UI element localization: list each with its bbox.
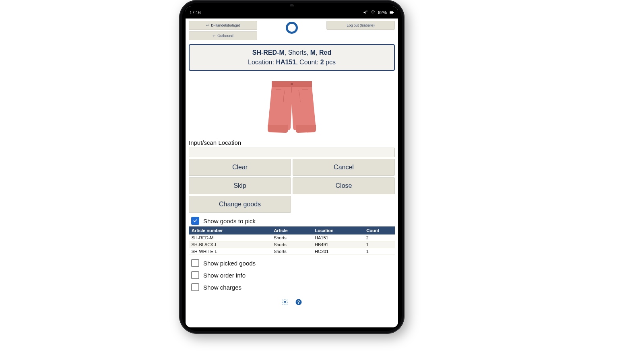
logout-label: Log out (Isabelle)	[347, 23, 375, 27]
cell-count: 1	[364, 241, 395, 248]
clear-button[interactable]: Clear	[189, 159, 291, 176]
company-label: E-Handelsbolaget	[211, 23, 240, 27]
status-time: 17:16	[190, 10, 201, 15]
product-image	[266, 77, 318, 135]
cell-location: HB491	[312, 241, 364, 248]
svg-point-3	[291, 83, 293, 85]
col-article-number: Article number	[189, 227, 271, 234]
logo-icon	[286, 22, 298, 34]
clear-label: Clear	[232, 164, 248, 171]
cell-article-number: SH-WHITE-L	[189, 248, 271, 255]
col-article: Article	[271, 227, 312, 234]
back-arrow-icon: ↩	[206, 23, 209, 27]
gear-icon[interactable]	[281, 298, 289, 306]
cell-article-number: SH-RED-M	[189, 234, 271, 241]
show-charges-label: Show charges	[203, 284, 242, 291]
scan-input[interactable]	[189, 148, 395, 157]
show-picked-goods-checkbox[interactable]	[191, 259, 199, 267]
show-goods-to-pick-label: Show goods to pick	[203, 218, 256, 224]
mode-label: Outbound	[217, 34, 233, 38]
count-label: Count:	[299, 59, 318, 66]
help-icon[interactable]: ?	[295, 298, 302, 306]
tablet-device-frame: 17:16 92%	[179, 0, 405, 334]
scan-input-label: Input/scan Location	[189, 139, 395, 146]
svg-rect-2	[393, 12, 394, 13]
cancel-label: Cancel	[334, 164, 354, 171]
close-button[interactable]: Close	[293, 177, 395, 194]
skip-button[interactable]: Skip	[189, 177, 291, 194]
item-location-line: Location: HA151, Count: 2 pcs	[193, 59, 391, 66]
cell-count: 1	[364, 248, 395, 255]
cell-location: HA151	[312, 234, 364, 241]
col-location: Location	[312, 227, 364, 234]
svg-point-0	[373, 14, 373, 14]
table-row[interactable]: SH-RED-M Shorts HA151 2	[189, 234, 395, 241]
logout-button[interactable]: Log out (Isabelle)	[326, 21, 395, 30]
col-count: Count	[364, 227, 395, 234]
battery-icon	[389, 10, 394, 15]
item-size: M	[310, 49, 316, 56]
svg-text:?: ?	[297, 300, 300, 304]
location-value: HA151	[276, 59, 296, 66]
location-label: Location:	[248, 59, 274, 66]
show-order-info-label: Show order info	[203, 272, 246, 279]
close-label: Close	[336, 182, 352, 189]
item-panel: SH-RED-M, Shorts, M, Red Location: HA151…	[189, 44, 395, 71]
table-row[interactable]: SH-BLACK-L Shorts HB491 1	[189, 241, 395, 248]
goods-table: Article number Article Location Count SH…	[189, 226, 395, 255]
company-breadcrumb[interactable]: ↩ E-Handelsbolaget	[189, 21, 257, 30]
back-arrow-icon: ↩	[213, 34, 216, 38]
item-title-line: SH-RED-M, Shorts, M, Red	[193, 49, 391, 56]
skip-label: Skip	[233, 182, 246, 189]
cell-article: Shorts	[271, 234, 312, 241]
item-type: Shorts	[288, 49, 307, 56]
cell-article-number: SH-BLACK-L	[189, 241, 271, 248]
svg-rect-1	[390, 12, 393, 14]
wifi-icon	[370, 10, 376, 15]
count-value: 2	[320, 59, 324, 66]
show-order-info-checkbox[interactable]	[191, 271, 199, 279]
mode-breadcrumb[interactable]: ↩ Outbound	[189, 31, 257, 40]
screen: 17:16 92%	[186, 6, 398, 327]
item-color: Red	[319, 49, 331, 56]
cancel-button[interactable]: Cancel	[293, 159, 395, 176]
cell-count: 2	[364, 234, 395, 241]
show-charges-checkbox[interactable]	[191, 283, 199, 291]
show-goods-to-pick-checkbox[interactable]	[191, 217, 199, 225]
cell-article: Shorts	[271, 248, 312, 255]
change-goods-button[interactable]: Change goods	[189, 196, 291, 213]
battery-label: 92%	[378, 10, 387, 15]
cell-article: Shorts	[271, 241, 312, 248]
change-goods-label: Change goods	[219, 201, 261, 208]
mute-icon	[363, 10, 368, 15]
table-row[interactable]: SH-WHITE-L Shorts HC201 1	[189, 248, 395, 255]
show-picked-goods-label: Show picked goods	[203, 260, 256, 267]
cell-location: HC201	[312, 248, 364, 255]
item-sku: SH-RED-M	[252, 49, 285, 56]
status-bar: 17:16 92%	[186, 6, 398, 19]
svg-point-4	[284, 301, 286, 303]
count-unit: pcs	[326, 59, 336, 66]
